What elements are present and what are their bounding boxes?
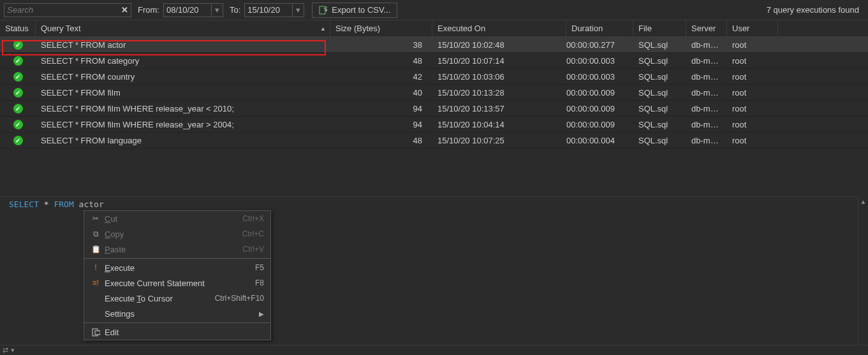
menu-paste[interactable]: 📋 Paste Ctrl+V <box>84 242 270 257</box>
cell-query: SELECT * FROM film WHERE release_year > … <box>36 120 330 129</box>
search-input-wrapper: ✕ <box>4 3 131 17</box>
cell-user: root <box>727 56 778 66</box>
cell-server: db-mysql... <box>686 72 727 82</box>
cell-status: ✓ <box>0 136 36 145</box>
cut-icon: ✂ <box>89 214 102 223</box>
table-header: Status Query Text Size (Bytes) Executed … <box>0 20 868 37</box>
edit-icon <box>89 328 102 337</box>
menu-separator <box>84 322 270 323</box>
keyword-from: FROM <box>54 199 73 209</box>
svg-rect-0 <box>320 6 325 14</box>
menu-execute-to-cursor[interactable]: Execute To Cursor Ctrl+Shift+F10 <box>84 291 270 306</box>
table-row[interactable]: ✓SELECT * FROM language4815/10/20 10:07:… <box>0 133 868 149</box>
scroll-up-icon[interactable]: ▲ <box>858 196 868 206</box>
col-header-status[interactable]: Status <box>0 20 36 36</box>
cell-file: SQL.sql <box>633 136 686 145</box>
cell-executed: 15/10/20 10:13:28 <box>432 88 566 98</box>
export-csv-button[interactable]: Export to CSV... <box>312 3 397 18</box>
cell-user: root <box>727 40 778 50</box>
search-input[interactable] <box>7 5 121 15</box>
execute-icon: ! <box>89 263 102 272</box>
cell-size: 48 <box>330 136 432 145</box>
table-row[interactable]: ✓SELECT * FROM country4215/10/20 10:03:0… <box>0 69 868 85</box>
table-row[interactable]: ✓SELECT * FROM film WHERE release_year <… <box>0 101 868 117</box>
to-date-group: To: 15/10/20 ▾ <box>230 3 304 17</box>
copy-icon: ⧉ <box>89 229 102 238</box>
cell-query: SELECT * FROM country <box>36 72 330 82</box>
editor-line: SELECT * FROM actor <box>0 197 868 212</box>
cell-user: root <box>727 136 778 145</box>
cell-file: SQL.sql <box>633 104 686 113</box>
cell-status: ✓ <box>0 104 36 113</box>
table-row[interactable]: ✓SELECT * FROM film4015/10/20 10:13:2800… <box>0 85 868 101</box>
menu-settings[interactable]: Settings ▶ <box>84 306 270 321</box>
col-header-server[interactable]: Server <box>686 20 727 36</box>
cell-size: 42 <box>330 72 432 82</box>
cell-duration: 00:00:00.004 <box>566 136 633 145</box>
cell-executed: 15/10/20 10:03:06 <box>432 72 566 82</box>
cell-size: 94 <box>330 104 432 113</box>
chevron-down-icon: ▾ <box>296 5 300 15</box>
menu-execute-current[interactable]: ≡! Execute Current Statement F8 <box>84 275 270 291</box>
to-label: To: <box>230 5 240 15</box>
chevron-right-icon: ▶ <box>259 310 264 317</box>
cell-query: SELECT * FROM language <box>36 136 330 145</box>
cell-server: db-mysql... <box>686 88 727 98</box>
cell-file: SQL.sql <box>633 40 686 50</box>
success-icon: ✓ <box>13 104 23 113</box>
cell-executed: 15/10/20 10:07:25 <box>432 136 566 145</box>
cell-server: db-mysql... <box>686 120 727 129</box>
cell-executed: 15/10/20 10:04:14 <box>432 120 566 129</box>
from-date-input[interactable]: 08/10/20 <box>163 3 212 17</box>
chevron-down-icon: ▾ <box>215 5 219 15</box>
cell-query: SELECT * FROM film <box>36 88 330 98</box>
col-header-duration[interactable]: Duration <box>566 20 633 36</box>
to-date-dropdown[interactable]: ▾ <box>293 3 304 17</box>
editor-vertical-scrollbar[interactable]: ▲ <box>858 196 868 345</box>
menu-edit[interactable]: Edit <box>84 324 270 340</box>
cell-duration: 00:00:00.009 <box>566 104 633 113</box>
success-icon: ✓ <box>13 136 23 145</box>
cell-status: ✓ <box>0 40 36 50</box>
clear-search-icon[interactable]: ✕ <box>121 5 128 15</box>
execute-current-icon: ≡! <box>89 279 102 287</box>
execution-count-label: 7 query executions found <box>767 5 864 15</box>
cell-status: ✓ <box>0 56 36 66</box>
table-row[interactable]: ✓SELECT * FROM category4815/10/20 10:07:… <box>0 53 868 69</box>
col-header-user[interactable]: User <box>727 20 778 36</box>
cell-size: 38 <box>330 40 432 50</box>
cell-server: db-mysql... <box>686 104 727 113</box>
cell-executed: 15/10/20 10:02:48 <box>432 40 566 50</box>
export-label: Export to CSV... <box>332 5 390 15</box>
cell-user: root <box>727 104 778 113</box>
cell-status: ✓ <box>0 72 36 82</box>
to-date-input[interactable]: 15/10/20 <box>244 3 293 17</box>
menu-cut[interactable]: ✂ Cut Ctrl+X <box>84 211 270 226</box>
cell-size: 94 <box>330 120 432 129</box>
table-row[interactable]: ✓SELECT * FROM actor3815/10/20 10:02:480… <box>0 37 868 53</box>
cell-query: SELECT * FROM actor <box>36 40 330 50</box>
cell-status: ✓ <box>0 120 36 129</box>
cell-server: db-mysql... <box>686 56 727 66</box>
success-icon: ✓ <box>13 72 23 82</box>
col-header-size[interactable]: Size (Bytes) <box>330 20 432 36</box>
col-header-query[interactable]: Query Text <box>36 20 330 36</box>
success-icon: ✓ <box>13 40 23 50</box>
table-body: ✓SELECT * FROM actor3815/10/20 10:02:480… <box>0 37 868 149</box>
cell-duration: 00:00:00.009 <box>566 88 633 98</box>
table-row[interactable]: ✓SELECT * FROM film WHERE release_year >… <box>0 117 868 133</box>
success-icon: ✓ <box>13 56 23 66</box>
col-header-file[interactable]: File <box>633 20 686 36</box>
cell-executed: 15/10/20 10:13:57 <box>432 104 566 113</box>
status-bar: ⇄ ▾ <box>0 345 868 355</box>
cell-duration: 00:00:00.009 <box>566 120 633 129</box>
menu-copy[interactable]: ⧉ Copy Ctrl+C <box>84 226 270 242</box>
menu-execute[interactable]: ! Execute F5 <box>84 260 270 275</box>
export-icon <box>319 6 328 15</box>
cell-duration: 00:00:00.277 <box>566 40 633 50</box>
paste-icon: 📋 <box>89 245 102 254</box>
cell-user: root <box>727 120 778 129</box>
from-date-dropdown[interactable]: ▾ <box>212 3 223 17</box>
cell-duration: 00:00:00.003 <box>566 56 633 66</box>
col-header-executed[interactable]: Executed On <box>432 20 566 36</box>
